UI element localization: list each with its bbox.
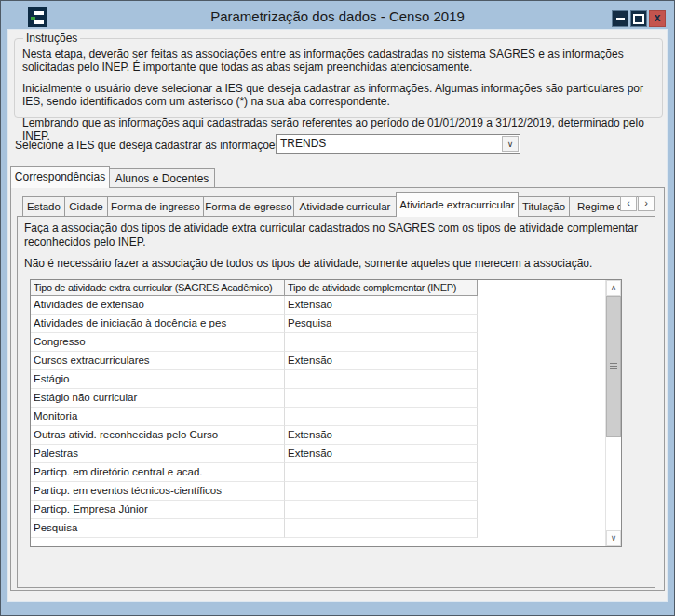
- subtab-estado[interactable]: Estado: [22, 196, 65, 217]
- cell-sagres[interactable]: Estágio não curricular: [31, 389, 285, 408]
- table-header-row: Tipo de atividade extra curricular (SAGR…: [31, 280, 621, 296]
- cell-inep[interactable]: Pesquisa: [285, 315, 478, 333]
- table-row[interactable]: Outras ativid. reconhecidas pelo CursoEx…: [31, 426, 621, 445]
- instructions-paragraph: Nesta etapa, deverão ser feitas as assoc…: [22, 47, 655, 74]
- cell-inep[interactable]: Extensão: [285, 426, 478, 445]
- cell-sagres[interactable]: Congresso: [31, 333, 285, 352]
- chevron-left-icon: ‹: [627, 197, 630, 208]
- table-row[interactable]: Cursos extracurricularesExtensão: [31, 352, 621, 370]
- cell-sagres[interactable]: Atividades de extensão: [31, 296, 285, 315]
- minimize-icon: [616, 18, 625, 20]
- cell-sagres[interactable]: Particp. Empresa Júnior: [31, 501, 285, 519]
- cell-sagres[interactable]: Palestras: [31, 445, 285, 463]
- subtab-atividade-extracurricular[interactable]: Atividade extracurricular: [396, 192, 519, 217]
- sub-tab-panel: Faça a associação dos tipos de atividade…: [17, 216, 655, 588]
- cell-inep[interactable]: [285, 519, 478, 538]
- cell-inep[interactable]: [285, 408, 478, 426]
- cell-sagres[interactable]: Monitoria: [31, 408, 285, 426]
- combobox-dropdown-button[interactable]: ∨: [502, 136, 519, 152]
- tab-instruction-paragraph: Faça a associação dos tipos de atividade…: [24, 221, 639, 249]
- cell-sagres[interactable]: Cursos extracurriculares: [31, 352, 285, 370]
- subtab-titulacao[interactable]: Titulação: [518, 196, 570, 217]
- table-row[interactable]: Particp. em eventos técnicos-científicos: [31, 482, 621, 501]
- cell-inep[interactable]: Extensão: [285, 445, 478, 463]
- chevron-right-icon: ›: [644, 197, 648, 208]
- table-row[interactable]: PalestrasExtensão: [31, 445, 621, 463]
- dialog-window: Parametrização dos dados - Censo 2019 x …: [0, 0, 675, 616]
- cell-inep[interactable]: Extensão: [285, 296, 478, 315]
- table-row[interactable]: Estágio: [31, 370, 621, 389]
- cell-inep[interactable]: [285, 463, 478, 482]
- cell-inep[interactable]: Extensão: [285, 352, 478, 370]
- subtab-atividade-curricular[interactable]: Atividade curricular: [293, 196, 397, 217]
- tab-scroll-buttons: ‹ ›: [619, 196, 655, 211]
- table-row[interactable]: Pesquisa: [31, 519, 621, 538]
- ies-combobox[interactable]: TRENDS ∨: [276, 134, 520, 154]
- scrollbar-grip-icon: [610, 363, 617, 370]
- app-logo-icon: [28, 7, 47, 27]
- instructions-groupbox: Instruções Nesta etapa, deverão ser feit…: [14, 32, 663, 118]
- ies-combobox-value: TRENDS: [277, 135, 520, 153]
- cell-inep[interactable]: [285, 389, 478, 408]
- cell-sagres[interactable]: Particp. em diretório central e acad.: [31, 463, 285, 482]
- cell-sagres[interactable]: Outras ativid. reconhecidas pelo Curso: [31, 426, 285, 445]
- tab-instruction-paragraph: Não é necessário fazer a associação de t…: [24, 257, 639, 271]
- cell-sagres[interactable]: Estágio: [31, 370, 285, 389]
- column-header-inep[interactable]: Tipo de atividade complementar (INEP): [285, 280, 478, 296]
- table-row[interactable]: Estágio não curricular: [31, 389, 621, 408]
- maximize-button[interactable]: [630, 10, 647, 27]
- column-header-sagres[interactable]: Tipo de atividade extra curricular (SAGR…: [31, 280, 285, 296]
- subtab-cidade[interactable]: Cidade: [64, 196, 108, 217]
- dialog-client-area: Instruções Nesta etapa, deverão ser feit…: [8, 30, 667, 601]
- table-row[interactable]: Congresso: [31, 333, 621, 352]
- table-row[interactable]: Particp. Empresa Júnior: [31, 501, 621, 519]
- sub-tab-strip: Estado Cidade Forma de ingresso Forma de…: [22, 192, 655, 217]
- scrollbar-thumb[interactable]: [606, 296, 621, 437]
- minimize-button[interactable]: [612, 10, 628, 27]
- cell-inep[interactable]: [285, 501, 478, 519]
- cell-inep[interactable]: [285, 482, 478, 501]
- instructions-legend: Instruções: [23, 32, 80, 45]
- chevron-down-icon: ∨: [611, 533, 617, 542]
- tab-correspondencias[interactable]: Correspondências: [10, 166, 110, 188]
- cell-sagres[interactable]: Particp. em eventos técnicos-científicos: [31, 482, 285, 501]
- cell-inep[interactable]: [285, 370, 478, 389]
- table-row[interactable]: Atividades de extensãoExtensão: [31, 296, 621, 315]
- chevron-up-icon: ∧: [611, 283, 617, 292]
- scrollbar-up-button[interactable]: ∧: [606, 280, 621, 296]
- maximize-icon: [633, 14, 644, 24]
- instructions-paragraph: Inicialmente o usuário deve selecionar a…: [22, 82, 655, 108]
- association-table: Tipo de atividade extra curricular (SAGR…: [30, 279, 622, 547]
- vertical-scrollbar[interactable]: ∧ ∨: [605, 280, 621, 546]
- main-tab-strip: Correspondências Alunos e Docentes: [10, 166, 215, 188]
- tab-alunos-e-docentes[interactable]: Alunos e Docentes: [109, 168, 215, 188]
- table-row[interactable]: Monitoria: [31, 408, 621, 426]
- scrollbar-down-button[interactable]: ∨: [606, 530, 621, 546]
- window-title: Parametrização dos dados - Censo 2019: [3, 3, 672, 30]
- chevron-down-icon: ∨: [507, 140, 514, 149]
- cell-inep[interactable]: [285, 333, 478, 352]
- title-bar[interactable]: Parametrização dos dados - Censo 2019 x: [3, 3, 672, 30]
- tab-scroll-left-button[interactable]: ‹: [620, 196, 637, 211]
- table-row[interactable]: Atividades de iniciação à docência e pes…: [31, 315, 621, 333]
- cell-sagres[interactable]: Pesquisa: [31, 519, 285, 538]
- table-row[interactable]: Particp. em diretório central e acad.: [31, 463, 621, 482]
- subtab-forma-de-egresso[interactable]: Forma de egresso: [203, 196, 294, 217]
- close-button[interactable]: x: [649, 10, 666, 27]
- main-tab-panel: Estado Cidade Forma de ingresso Forma de…: [10, 187, 665, 591]
- subtab-forma-de-ingresso[interactable]: Forma de ingresso: [107, 196, 204, 217]
- cell-sagres[interactable]: Atividades de iniciação à docência e pes: [31, 315, 285, 333]
- ies-selector-label: Selecione a IES que deseja cadastrar as …: [15, 139, 284, 152]
- tab-scroll-right-button[interactable]: ›: [638, 196, 655, 211]
